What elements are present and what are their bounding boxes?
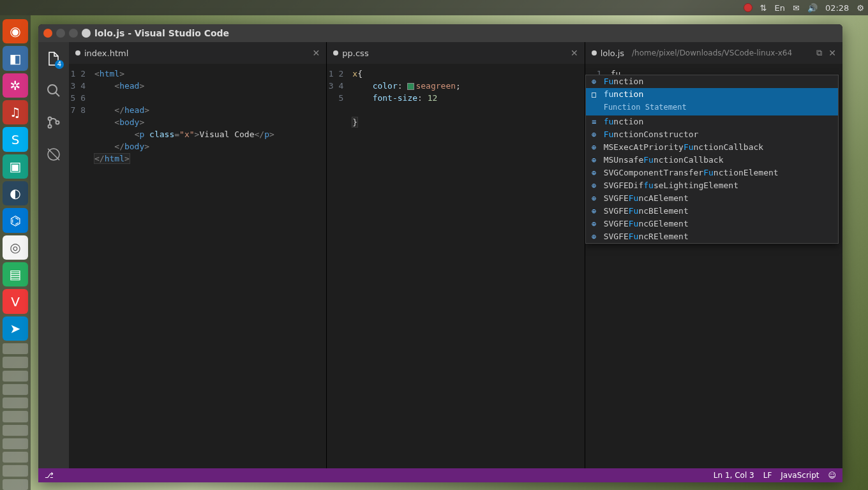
window-close-icon[interactable] [43, 29, 52, 38]
window-minimize-icon[interactable] [56, 29, 65, 38]
git-icon[interactable] [45, 114, 63, 131]
launcher-vivaldi[interactable]: V [3, 289, 28, 313]
keyboard-lang[interactable]: En [775, 3, 785, 13]
suggest-item[interactable]: ⊕MSUnsafeFunctionCallback [586, 154, 838, 167]
suggest-item[interactable]: ⊕SVGFEFuncGElement [586, 218, 838, 230]
launcher-vscode[interactable]: ⌬ [3, 208, 28, 232]
suggest-item[interactable]: ⊕SVGFEDiffuseLightingElement [586, 179, 838, 192]
suggest-kind-icon: ⊕ [590, 76, 599, 87]
editor-area: index.html ✕ 1 2 3 4 5 6 7 8 <html> <hea… [69, 42, 842, 468]
launcher-app[interactable] [3, 411, 28, 422]
tab-close-icon[interactable]: ✕ [313, 48, 320, 58]
color-swatch-icon [407, 83, 414, 90]
network-icon[interactable]: ⇅ [760, 3, 767, 13]
explorer-badge: 4 [55, 60, 64, 69]
status-eol[interactable]: LF [763, 471, 772, 480]
svg-line-1 [56, 93, 59, 96]
status-feedback-icon[interactable]: ☺ [828, 471, 836, 480]
launcher-app[interactable] [3, 425, 28, 436]
launcher-app[interactable]: ✲ [3, 73, 28, 98]
launcher-ubuntu[interactable]: ◉ [3, 19, 28, 43]
suggest-widget[interactable]: ⊕Function□functionFunction Statement≡fun… [585, 75, 839, 244]
status-language[interactable]: JavaScript [781, 471, 819, 480]
svg-point-2 [49, 117, 52, 121]
launcher-steam[interactable]: ◐ [3, 181, 28, 205]
launcher-skype[interactable]: S [3, 127, 28, 151]
vscode-window: lolo.js - Visual Studio Code 4 [38, 24, 842, 482]
code-editor[interactable]: 1 2 3 4 5 6 7 8 <html> <head> </head> <b… [69, 64, 326, 468]
record-indicator[interactable] [744, 3, 752, 12]
tab-index-html[interactable]: index.html [75, 48, 128, 58]
split-editor-icon[interactable]: ⧉ [816, 48, 822, 58]
code-content[interactable]: x{ color: seagreen; font-size: 12 } [350, 64, 584, 468]
svg-point-4 [56, 121, 59, 124]
suggest-kind-icon: ⊕ [590, 205, 599, 217]
dirty-indicator-icon [333, 50, 338, 56]
launcher-music[interactable]: ♫ [3, 100, 28, 124]
launcher-telegram[interactable]: ➤ [3, 316, 28, 341]
tab-lolo-js[interactable]: lolo.js /home/pixel/Downloads/VSCode-lin… [592, 48, 792, 58]
clock[interactable]: 02:28 [825, 3, 849, 13]
launcher-chrome[interactable]: ◎ [3, 235, 28, 260]
suggest-item[interactable]: ⊕SVGFEFuncBElement [586, 205, 838, 218]
suggest-kind-icon: ⊕ [590, 142, 599, 153]
suggest-kind-icon: ≡ [590, 116, 599, 128]
tab-bar: pp.css ✕ [327, 42, 584, 64]
svg-point-3 [49, 125, 52, 128]
debug-icon[interactable] [45, 145, 63, 163]
suggest-item[interactable]: ⊕SVGComponentTransferFunctionElement [586, 167, 838, 179]
launcher-app[interactable] [3, 384, 28, 395]
status-ln-col[interactable]: Ln 1, Col 3 [714, 471, 754, 480]
explorer-icon[interactable]: 4 [45, 50, 63, 68]
code-content[interactable]: fu ⊕Function□functionFunction Statement≡… [608, 64, 842, 468]
editor-group-3: lolo.js /home/pixel/Downloads/VSCode-lin… [585, 42, 842, 468]
suggest-kind-icon: ⊕ [590, 193, 599, 204]
status-bar: ⎇ Ln 1, Col 3 LF JavaScript ☺ [38, 468, 842, 482]
suggest-kind-icon: ⊕ [590, 218, 599, 230]
launcher-app[interactable] [3, 452, 28, 463]
window-titlebar[interactable]: lolo.js - Visual Studio Code [38, 24, 842, 42]
suggest-item[interactable]: □function [586, 88, 838, 101]
svg-point-0 [48, 85, 57, 94]
volume-icon[interactable]: 🔊 [807, 3, 818, 13]
suggest-item[interactable]: ⊕FunctionConstructor [586, 128, 838, 141]
launcher-app[interactable] [3, 357, 28, 368]
tab-label: index.html [84, 48, 128, 58]
suggest-kind-icon: ⊕ [590, 129, 599, 140]
status-git-icon[interactable]: ⎇ [45, 471, 54, 480]
tab-label: lolo.js [601, 48, 624, 58]
app-icon [82, 29, 91, 38]
code-editor[interactable]: 1 fu ⊕Function□functionFunction Statemen… [585, 64, 842, 468]
launcher-app[interactable] [3, 465, 28, 476]
suggest-item[interactable]: ⊕Function [586, 75, 838, 88]
settings-gear-icon[interactable]: ⚙ [857, 3, 864, 13]
suggest-item[interactable]: ≡function [586, 115, 838, 128]
launcher-app[interactable] [3, 438, 28, 449]
launcher-app[interactable] [3, 343, 28, 354]
launcher-app[interactable]: ◧ [3, 46, 28, 70]
unity-launcher: ◉ ◧ ✲ ♫ S ▣ ◐ ⌬ ◎ ▤ V ➤ [0, 15, 31, 490]
code-editor[interactable]: 1 2 3 4 5 x{ color: seagreen; font-size:… [327, 64, 584, 468]
launcher-app[interactable] [3, 371, 28, 382]
tab-path: /home/pixel/Downloads/VSCode-linux-x64 [632, 48, 792, 57]
line-numbers: 1 2 3 4 5 [327, 64, 350, 468]
launcher-app[interactable] [3, 397, 28, 408]
suggest-item[interactable]: ⊕SVGFEFuncAElement [586, 192, 838, 205]
tab-pp-css[interactable]: pp.css [333, 48, 368, 58]
window-maximize-icon[interactable] [69, 29, 78, 38]
tab-close-icon[interactable]: ✕ [571, 48, 578, 58]
editor-group-1: index.html ✕ 1 2 3 4 5 6 7 8 <html> <hea… [69, 42, 327, 468]
search-icon[interactable] [45, 82, 63, 100]
launcher-app[interactable]: ▤ [3, 262, 28, 286]
suggest-kind-icon: □ [590, 89, 599, 100]
editor-group-2: pp.css ✕ 1 2 3 4 5 x{ color: seagreen; f… [327, 42, 585, 468]
mail-icon[interactable]: ✉ [793, 3, 800, 13]
tab-bar: index.html ✕ [69, 42, 326, 64]
launcher-app[interactable]: ▣ [3, 154, 28, 179]
code-content[interactable]: <html> <head> </head> <body> <p class="x… [92, 64, 326, 468]
launcher-app[interactable] [3, 479, 28, 490]
tab-close-icon[interactable]: ✕ [828, 48, 836, 58]
suggest-item[interactable]: ⊕SVGFEFuncRElement [586, 230, 838, 243]
suggest-item[interactable]: ⊕MSExecAtPriorityFunctionCallback [586, 141, 838, 154]
dirty-indicator-icon [592, 50, 597, 56]
